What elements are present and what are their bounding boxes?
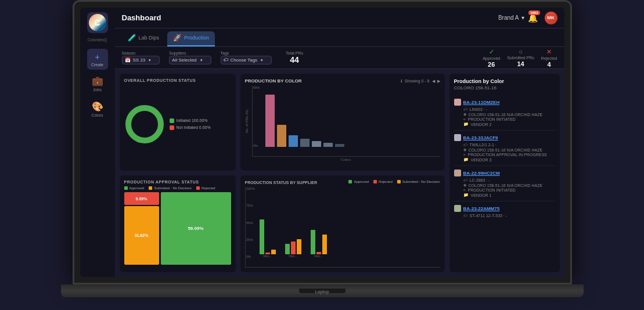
season-value: SS 23 (133, 57, 146, 63)
prod-item-0-detail-2: ≡ PRODUCTION INITIATED (463, 117, 555, 121)
vendor-1-group: Ven... (260, 219, 276, 258)
overall-production-title: OVERALL PRODUCTION STATUS (124, 78, 231, 82)
tags-select[interactable]: 🏷 Choose Tags ▾ (221, 56, 272, 64)
submitted-label: Submitted PRs (507, 56, 534, 60)
create-button[interactable]: + Create (87, 49, 108, 70)
prod-item-1-swatch (454, 134, 461, 141)
v3-submitted-bar (322, 235, 327, 254)
prod-item-3-id[interactable]: BA-23-22AMM75 (463, 206, 500, 211)
supplier-status-card: PRODUCTION STATUS BY SUPPLIER Approved (240, 175, 445, 272)
not-initiated-dot (170, 125, 174, 130)
suppliers-value: All Selected (172, 57, 196, 63)
sup-approved-dot (348, 180, 352, 183)
prod-item-0-detail-3: 📁 VENDOR 2 (463, 122, 555, 127)
brand-selector[interactable]: Brand A ▾ (498, 15, 524, 21)
status-icon-1: ≡ (463, 153, 466, 157)
production-item-3[interactable]: BA-23-22AMM75 🏷 ST-4711 12-T-533 · - (454, 201, 555, 221)
rejected-value: 4 (548, 61, 551, 68)
prod-item-0-detail-1: ◆ COLORO 158-51-16 N/A ORCHID HAZE (463, 112, 555, 117)
production-by-color-card: PRODUCTION BY COLOR ℹ Showing 0 - 8 ◀ ▶ (240, 74, 445, 171)
season-icon: 📅 (125, 57, 131, 63)
bar-col-2 (289, 135, 298, 147)
nav-right-icon[interactable]: ▶ (437, 79, 440, 84)
supplier-header: PRODUCTION STATUS BY SUPPLIER Approved (245, 180, 440, 185)
info-icon: ℹ (401, 79, 402, 84)
supplier-chart-area: PRODUCTION STATUS BY SUPPLIER Approved (245, 180, 440, 268)
bar-chart-wrapper: No. of PRs (%) 59% 0% (245, 86, 440, 157)
notification-badge[interactable]: 🔔 1682 (528, 13, 538, 23)
suppliers-select[interactable]: All Selected ▾ (169, 56, 211, 64)
season-filter: Season 📅 SS 23 ▾ (122, 51, 160, 64)
approved-block: 59.09% (161, 192, 231, 265)
sidebar-item-jobs[interactable]: 💼 Jobs (83, 72, 112, 95)
prod-item-0-fabric: LIN002 · - (470, 107, 488, 111)
tab-production[interactable]: 🚀 Production (167, 31, 215, 46)
right-panel: Production by Color COLORO 158-51-16 BA-… (449, 74, 560, 272)
prod-item-1-status: PRODUCTION APPROVAL IN PROGRESS (468, 153, 547, 157)
bar-col-3 (300, 139, 310, 147)
treemap-left: 9.09% 31.82% (124, 192, 159, 265)
total-prs-label: Total PRs (286, 51, 303, 55)
supplier-legend: Approved Rejected Submitte (348, 180, 440, 183)
tag-icon-1: 🏷 (463, 143, 467, 147)
treemap-blocks: 9.09% 31.82% 59.09% (124, 192, 231, 265)
submitted-nd-legend-dot (149, 186, 152, 190)
sup-approved-label: Approved (354, 180, 369, 183)
initiated-dot (170, 118, 174, 123)
sidebar-item-colors[interactable]: 🎨 Colors (83, 98, 112, 121)
prod-item-1-color: COLORO 158-51-16 N/A ORCHID HAZE (469, 148, 543, 152)
initiated-label: Initiated 100.00% (177, 118, 208, 122)
prod-item-0-header: BA-23-11DM2EH (454, 99, 555, 106)
svg-point-1 (128, 108, 161, 140)
prod-item-0-details: 🏷 LIN002 · - ◆ COLORO 158-51-16 N/A ORCH… (454, 107, 555, 127)
production-by-color-header: PRODUCTION BY COLOR ℹ Showing 0 - 8 ◀ ▶ (245, 78, 440, 84)
right-panel-subtitle: COLORO 158-51-16 (454, 85, 555, 91)
legend-not-initiated: Not Initiated 0.00% (170, 125, 211, 130)
tab-lab-dips[interactable]: 🧪 Lab Dips (122, 31, 166, 46)
v1-approved-bar (260, 219, 264, 254)
notification-count: 1682 (528, 10, 539, 15)
prod-item-2-status: PRODUCTION INITIATED (468, 188, 516, 192)
vendor-3-group: Ven... (311, 230, 327, 258)
bars-container (252, 86, 440, 157)
rejected-icon: ✕ (546, 48, 552, 56)
production-item-1[interactable]: BA-23-33JACF9 🏷 TWILL2/1 2-1 · ◆ COLORO … (454, 131, 555, 166)
prod-item-1-fabric: TWILL2/1 2-1 · (470, 143, 497, 147)
left-column: OVERALL PRODUCTION STATUS Initiated (120, 74, 236, 272)
production-item-0[interactable]: BA-23-11DM2EH 🏷 LIN002 · - ◆ COLORO 158-… (454, 95, 555, 131)
bar-col-6 (335, 144, 344, 147)
prod-item-2-id[interactable]: BA-22-99HC2CM (463, 171, 500, 176)
not-initiated-label: Not Initiated 0.00% (177, 125, 211, 129)
season-label: Season (122, 51, 160, 55)
color-icon-2: ◆ (463, 183, 466, 188)
suppliers-chevron-icon: ▾ (200, 58, 203, 63)
chart-inner: 59% 0% (252, 86, 440, 157)
prod-item-2-color: COLORO 158-51-16 N/A ORCHID HAZE (469, 183, 543, 188)
bar-5 (323, 143, 333, 147)
y-tick-0: 0% (253, 144, 260, 147)
user-avatar[interactable]: MK (545, 12, 557, 24)
approved-legend-label: Approved (129, 186, 145, 190)
prod-item-1-id[interactable]: BA-23-33JACF9 (463, 135, 498, 140)
tag-icon: 🏷 (224, 57, 228, 63)
prod-item-2-detail-2: ≡ PRODUCTION INITIATED (463, 188, 555, 192)
tags-value: Choose Tags (231, 57, 258, 63)
y-25: 25% (246, 238, 255, 241)
prod-item-3-details: 🏷 ST-4711 12-T-533 · - (454, 214, 555, 218)
prod-item-2-vendor: VENDOR 1 (471, 193, 492, 197)
v2-submitted-bar (297, 239, 301, 254)
donut-area: Initiated 100.00% Not Initiated 0.00% (124, 85, 231, 163)
season-select[interactable]: 📅 SS 23 ▾ (122, 56, 160, 64)
nav-left-icon[interactable]: ◀ (432, 79, 435, 84)
production-item-2[interactable]: BA-22-99HC2CM 🏷 LC-2883 · - ◆ COLORO 158… (454, 166, 555, 201)
bar-1 (277, 125, 286, 147)
chart-info: ℹ Showing 0 - 8 ◀ ▶ (401, 79, 440, 84)
prod-item-0-id[interactable]: BA-23-11DM2EH (463, 100, 500, 105)
tag-icon-3: 🏷 (463, 214, 467, 218)
suppliers-filter: Suppliers All Selected ▾ (169, 51, 211, 64)
total-prs-value: 44 (290, 55, 299, 64)
page-title: Dashboard (122, 13, 498, 22)
season-chevron-icon: ▾ (149, 58, 151, 63)
submitted-stat: ○ Submitted PRs 14 (507, 48, 534, 67)
donut-chart (124, 104, 165, 145)
